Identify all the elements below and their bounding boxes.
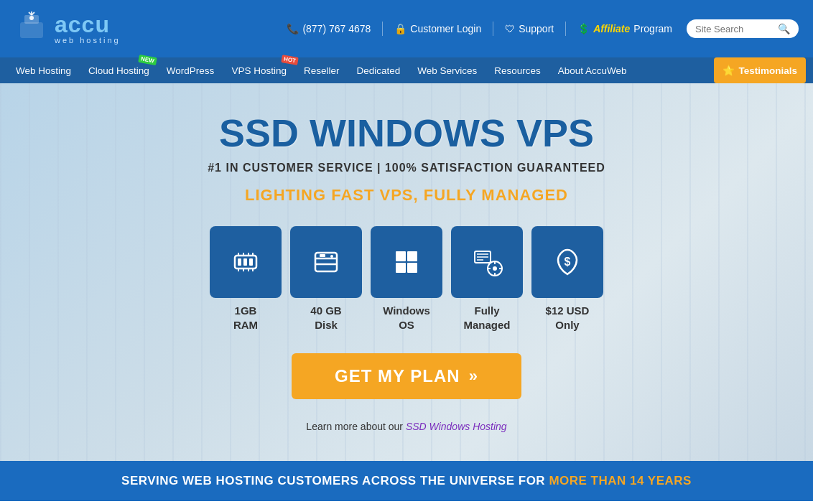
learn-more-link[interactable]: SSD Windows Hosting xyxy=(406,421,507,432)
search-input[interactable] xyxy=(695,24,774,34)
nav-vps-hosting[interactable]: VPS Hosting HOT xyxy=(223,57,295,83)
footer-banner: SERVING WEB HOSTING CUSTOMERS ACROSS THE… xyxy=(0,461,813,501)
svg-rect-25 xyxy=(396,263,406,273)
svg-rect-21 xyxy=(320,254,325,257)
phone-number: (877) 767 4678 xyxy=(302,23,371,34)
site-header: accu web hosting 📞 (877) 767 4678 🔒 Cust… xyxy=(0,0,813,57)
logo-tagline: web hosting xyxy=(55,36,121,45)
customer-login-link[interactable]: 🔒 Customer Login xyxy=(394,23,481,34)
ram-label: 1GBRAM xyxy=(233,304,258,332)
support-link[interactable]: 🛡 Support xyxy=(505,23,554,34)
nav-about[interactable]: About AccuWeb xyxy=(549,57,636,83)
managed-icon xyxy=(469,244,505,280)
svg-rect-8 xyxy=(243,258,247,266)
managed-icon-box xyxy=(451,226,523,298)
hero-title: SSD WINDOWS VPS xyxy=(208,112,605,154)
svg-rect-7 xyxy=(238,258,241,266)
hero-section: SSD WINDOWS VPS #1 IN CUSTOMER SERVICE |… xyxy=(0,83,813,461)
svg-text:$: $ xyxy=(565,256,571,268)
nav-wordpress[interactable]: WordPress xyxy=(158,57,223,83)
divider xyxy=(382,22,383,36)
managed-label: FullyManaged xyxy=(463,304,510,332)
disk-icon xyxy=(308,244,344,280)
learn-more-text: Learn more about our SSD Windows Hosting xyxy=(306,421,506,432)
ram-icon-box xyxy=(210,226,282,298)
disk-label: 40 GBDisk xyxy=(310,304,341,332)
hero-tagline: LIGHTING FAST VPS, FULLY MANAGED xyxy=(208,186,605,205)
search-button[interactable]: 🔍 xyxy=(778,23,790,34)
disk-icon-box xyxy=(290,226,362,298)
svg-rect-23 xyxy=(396,251,406,261)
nav-web-services[interactable]: Web Services xyxy=(409,57,486,83)
divider2 xyxy=(493,22,493,36)
nav-resources[interactable]: Resources xyxy=(486,57,549,83)
affiliate-link[interactable]: 💲 Affiliate Program xyxy=(577,23,672,34)
svg-rect-26 xyxy=(407,263,417,273)
lock-icon: 🔒 xyxy=(394,23,406,34)
feature-managed: FullyManaged xyxy=(451,226,523,332)
cpu-icon xyxy=(228,244,264,280)
logo-area: accu web hosting xyxy=(14,9,121,49)
nav-reseller[interactable]: Reseller xyxy=(295,57,348,83)
affiliate-label: Affiliate xyxy=(593,23,630,34)
nav-web-hosting[interactable]: Web Hosting xyxy=(7,57,80,83)
feature-disk: 40 GBDisk xyxy=(290,226,362,332)
svg-rect-24 xyxy=(407,251,417,261)
price-label: $12 USDOnly xyxy=(546,304,590,332)
hero-content: SSD WINDOWS VPS #1 IN CUSTOMER SERVICE |… xyxy=(208,112,605,432)
windows-icon-box xyxy=(371,226,442,298)
price-icon: $ xyxy=(549,244,585,280)
svg-rect-18 xyxy=(315,253,337,271)
main-nav: Web Hosting Cloud Hosting NEW WordPress … xyxy=(0,57,813,83)
svg-rect-9 xyxy=(249,258,253,266)
header-contact: 📞 (877) 767 4678 🔒 Customer Login 🛡 Supp… xyxy=(287,22,672,36)
footer-text-highlight: MORE THAN 14 YEARS xyxy=(549,474,692,487)
shield-icon: 🛡 xyxy=(505,23,515,34)
svg-point-22 xyxy=(330,255,333,258)
divider3 xyxy=(565,22,566,36)
nav-cloud-hosting[interactable]: Cloud Hosting NEW xyxy=(80,57,158,83)
feature-price: $ $12 USDOnly xyxy=(531,226,603,332)
feature-windows: WindowsOS xyxy=(371,226,442,332)
price-icon-box: $ xyxy=(531,226,603,298)
dollar-icon: 💲 xyxy=(577,23,590,34)
get-plan-button[interactable]: GET MY PLAN » xyxy=(292,353,521,399)
logo-brand: accu xyxy=(55,13,110,36)
phone-icon: 📞 xyxy=(287,23,299,34)
phone-link[interactable]: 📞 (877) 767 4678 xyxy=(287,23,371,34)
features-row: 1GBRAM 40 GBDisk xyxy=(208,226,605,332)
svg-rect-0 xyxy=(20,22,43,38)
svg-point-32 xyxy=(493,266,497,271)
logo-text: accu web hosting xyxy=(55,13,121,45)
star-icon: ⭐ xyxy=(723,65,735,76)
windows-icon xyxy=(389,244,424,280)
header-right: 📞 (877) 767 4678 🔒 Customer Login 🛡 Supp… xyxy=(287,19,799,38)
cta-arrows: » xyxy=(469,367,478,386)
logo-icon xyxy=(14,9,49,49)
cta-label: GET MY PLAN xyxy=(335,366,460,386)
hero-subtitle: #1 IN CUSTOMER SERVICE | 100% SATISFACTI… xyxy=(208,162,605,174)
nav-dedicated[interactable]: Dedicated xyxy=(348,57,409,83)
footer-text-prefix: SERVING WEB HOSTING CUSTOMERS ACROSS THE… xyxy=(121,474,549,487)
search-box: 🔍 xyxy=(687,19,799,38)
svg-point-2 xyxy=(29,16,34,20)
feature-ram: 1GBRAM xyxy=(210,226,282,332)
windows-label: WindowsOS xyxy=(383,304,430,332)
nav-testimonials[interactable]: ⭐ Testimonials xyxy=(714,57,806,83)
